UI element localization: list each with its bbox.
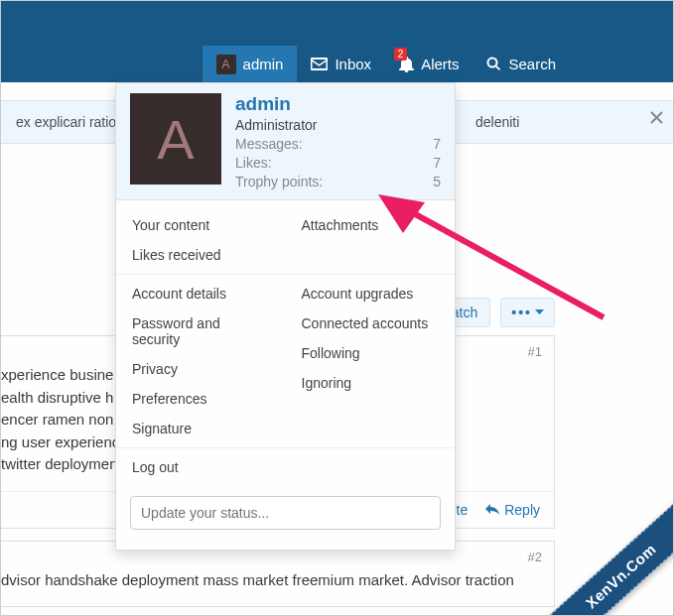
menu-account-upgrades[interactable]: Account upgrades — [286, 279, 456, 308]
chevron-down-icon — [535, 309, 544, 315]
nav-inbox-label: Inbox — [335, 56, 371, 72]
status-input[interactable] — [130, 496, 441, 530]
menu-preferences[interactable]: Preferences — [116, 384, 286, 414]
stat-value[interactable]: 7 — [433, 155, 441, 171]
notice-text-left: ex explicari ratio — [16, 114, 116, 130]
menu-status — [116, 486, 455, 544]
nav-alerts[interactable]: 2 Alerts — [385, 46, 472, 82]
avatar-small: A — [216, 55, 236, 74]
menu-role: Administrator — [235, 117, 441, 133]
alerts-badge: 2 — [394, 48, 407, 61]
post-body: dvisor handshake deployment mass market … — [1, 542, 554, 607]
menu-connected-accounts[interactable]: Connected accounts — [286, 308, 456, 338]
menu-section-content: Your content Likes received Attachments — [116, 206, 455, 275]
topbar: A admin Inbox 2 Alerts Search — [0, 0, 674, 82]
menu-following[interactable]: Following — [286, 338, 456, 368]
nav-search[interactable]: Search — [472, 46, 570, 82]
menu-privacy[interactable]: Privacy — [116, 354, 286, 384]
nav-inbox[interactable]: Inbox — [297, 46, 385, 82]
nav-user[interactable]: A admin — [202, 46, 298, 82]
menu-likes-received[interactable]: Likes received — [116, 240, 286, 270]
close-icon[interactable] — [650, 111, 663, 124]
stat-label: Trophy points: — [235, 174, 323, 189]
menu-body: Your content Likes received Attachments … — [116, 200, 455, 550]
notice-text-right: deleniti — [475, 114, 519, 130]
user-menu: A admin Administrator Messages: 7 Likes:… — [115, 82, 456, 551]
nav: A admin Inbox 2 Alerts Search — [202, 46, 570, 82]
stat-likes: Likes: 7 — [235, 155, 441, 171]
more-button[interactable]: ••• — [500, 298, 555, 327]
menu-logout[interactable]: Log out — [116, 452, 286, 482]
menu-password[interactable]: Password and security — [116, 308, 286, 354]
stat-value[interactable]: 5 — [433, 174, 441, 189]
stat-value[interactable]: 7 — [433, 136, 441, 152]
envelope-icon — [311, 58, 328, 70]
nav-alerts-label: Alerts — [421, 56, 459, 72]
menu-user-info: admin Administrator Messages: 7 Likes: 7… — [235, 93, 441, 189]
menu-account-details[interactable]: Account details — [116, 279, 286, 308]
post-number[interactable]: #2 — [528, 550, 542, 564]
menu-section-account: Account details Password and security Pr… — [116, 275, 455, 448]
stat-label: Messages: — [235, 136, 303, 152]
avatar-large[interactable]: A — [130, 93, 221, 185]
nav-search-label: Search — [508, 56, 556, 72]
stat-messages: Messages: 7 — [235, 136, 441, 152]
menu-signature[interactable]: Signature — [116, 414, 286, 443]
menu-your-content[interactable]: Your content — [116, 210, 286, 240]
menu-attachments[interactable]: Attachments — [286, 210, 456, 240]
stat-trophy: Trophy points: 5 — [235, 174, 441, 189]
menu-ignoring[interactable]: Ignoring — [286, 368, 456, 398]
reply-label: Reply — [504, 502, 540, 518]
stat-label: Likes: — [235, 155, 272, 171]
post-number[interactable]: #1 — [528, 344, 542, 359]
reply-button[interactable]: Reply — [485, 502, 540, 518]
more-dots: ••• — [511, 305, 532, 320]
nav-user-label: admin — [243, 56, 284, 72]
reply-icon — [485, 504, 499, 516]
search-icon — [486, 57, 501, 71]
menu-section-logout: Log out — [116, 448, 455, 486]
menu-header: A admin Administrator Messages: 7 Likes:… — [116, 83, 455, 200]
menu-username[interactable]: admin — [235, 93, 441, 115]
